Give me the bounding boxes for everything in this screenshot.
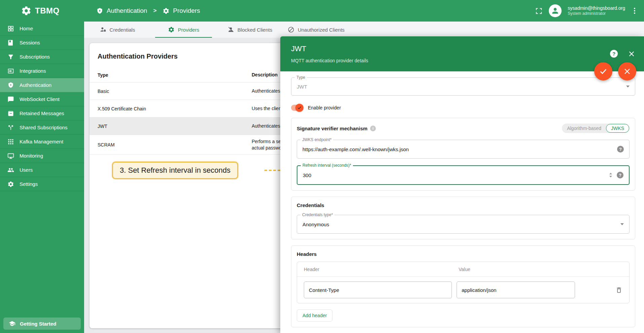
panel-title: JWT <box>291 44 644 53</box>
sidebar-item-home[interactable]: Home <box>0 22 84 36</box>
column-header-type[interactable]: Type <box>98 72 252 78</box>
chevron-down-icon <box>626 86 630 88</box>
gear-icon <box>163 7 170 14</box>
apply-button[interactable] <box>594 62 612 80</box>
header-value-input[interactable] <box>457 281 575 298</box>
jwks-endpoint-field[interactable]: JWKS endpoint* ? <box>297 140 630 159</box>
fullscreen-icon[interactable] <box>535 7 543 15</box>
headers-card: Headers Header Value Add header <box>291 245 635 327</box>
filter-icon <box>7 54 14 60</box>
person-lock-icon <box>100 26 106 33</box>
tab-unauthorized-clients[interactable]: Unauthorized Clients <box>283 22 349 38</box>
credentials-card: Credentials Credentials type* Anonymous <box>291 197 635 239</box>
chevron-up-icon[interactable] <box>609 173 612 174</box>
help-icon[interactable]: ? <box>610 50 618 58</box>
sidebar-item-integrations[interactable]: Integrations <box>0 64 84 78</box>
close-icon[interactable] <box>628 50 635 58</box>
sidebar-item-subscriptions[interactable]: Subscriptions <box>0 50 84 64</box>
delete-header-button[interactable] <box>615 287 622 294</box>
field-label: Credentials type* <box>300 212 334 217</box>
headers-table-header: Header Value <box>297 262 629 277</box>
panel-header-actions: ? <box>610 50 635 58</box>
getting-started-button[interactable]: Getting Started <box>3 318 81 330</box>
help-icon[interactable]: ? <box>617 172 623 178</box>
discard-button[interactable] <box>618 62 636 80</box>
block-icon <box>288 26 294 33</box>
user-role: System administrator <box>568 11 625 16</box>
info-icon[interactable]: i <box>370 126 376 131</box>
field-label: JWKS endpoint* <box>300 137 333 142</box>
enable-provider-toggle[interactable] <box>291 105 302 111</box>
sidebar-item-users[interactable]: Users <box>0 163 84 177</box>
user-info: sysadmin@thingsboard.org System administ… <box>568 5 625 16</box>
tab-blocked-clients[interactable]: Blocked Clients <box>217 22 283 38</box>
avatar[interactable] <box>549 4 562 17</box>
sidebar-item-settings[interactable]: Settings <box>0 177 84 191</box>
breadcrumb-providers[interactable]: Providers <box>163 7 200 14</box>
person-off-icon <box>227 26 234 33</box>
credentials-type-select[interactable]: Credentials type* Anonymous <box>297 215 630 234</box>
close-icon <box>623 67 631 75</box>
help-icon[interactable]: ? <box>617 146 624 153</box>
sidebar-item-retained-messages[interactable]: Retained Messages <box>0 106 84 121</box>
trash-icon <box>615 287 622 294</box>
jwks-option[interactable]: JWKS <box>606 124 629 133</box>
shield-lock-icon <box>7 82 14 89</box>
user-email: sysadmin@thingsboard.org <box>568 5 625 11</box>
logo-text: TBMQ <box>35 6 60 15</box>
panel-header: JWT MQTT authentication provider details… <box>280 36 644 71</box>
enable-provider-row: Enable provider <box>291 104 635 112</box>
sidebar-item-monitoring[interactable]: Monitoring <box>0 149 84 163</box>
grid-icon <box>7 138 14 145</box>
refresh-interval-field[interactable]: Refresh interval (seconds)* ? <box>297 165 630 185</box>
sidebar-item-sessions[interactable]: Sessions <box>0 36 84 50</box>
tbmq-logo[interactable]: TBMQ <box>0 5 84 16</box>
column-header-value: Value <box>459 267 470 272</box>
sidebar: Home Sessions Subscriptions Integrations… <box>0 22 84 333</box>
headers-title: Headers <box>297 251 630 257</box>
annotation-connector-line <box>264 170 280 171</box>
provider-type-select[interactable]: Type JWT <box>291 77 635 96</box>
breadcrumb-authentication[interactable]: Authentication <box>96 7 147 14</box>
tab-bar: Credentials Providers Blocked Clients Un… <box>84 22 644 38</box>
tbmq-logo-icon <box>21 5 32 16</box>
jwks-endpoint-input[interactable] <box>302 146 617 152</box>
top-bar: TBMQ Authentication > Providers sysadmin… <box>0 0 644 22</box>
panel-subtitle: MQTT authentication provider details <box>291 58 644 63</box>
breadcrumb-label: Authentication <box>107 7 147 14</box>
tab-providers[interactable]: Providers <box>150 22 217 38</box>
algorithm-based-option[interactable]: Algorithm-based <box>562 124 606 133</box>
people-icon <box>7 167 14 173</box>
gear-icon <box>7 181 14 188</box>
chevron-down-icon[interactable] <box>609 176 612 177</box>
header-name-input[interactable] <box>304 281 452 298</box>
tab-credentials[interactable]: Credentials <box>84 22 150 38</box>
kebab-menu-icon[interactable] <box>631 6 638 15</box>
sidebar-item-websocket-client[interactable]: WebSocket Client <box>0 92 84 106</box>
field-value: JWT <box>297 84 626 90</box>
sidebar-item-kafka-management[interactable]: Kafka Management <box>0 135 84 149</box>
input-icon <box>7 68 14 74</box>
jwt-details-panel: JWT MQTT authentication provider details… <box>280 36 644 333</box>
column-header-header: Header <box>304 267 459 272</box>
add-header-button[interactable]: Add header <box>297 309 332 322</box>
shield-lock-icon <box>96 7 103 14</box>
person-icon <box>551 6 560 15</box>
top-bar-right: sysadmin@thingsboard.org System administ… <box>535 4 644 17</box>
annotation-callout: 3. Set Refresh interval in seconds <box>112 162 238 179</box>
headers-table: Header Value <box>297 262 630 303</box>
gear-icon <box>168 26 175 33</box>
school-icon <box>9 320 15 327</box>
field-label: Type <box>295 75 307 80</box>
credentials-title: Credentials <box>297 202 630 208</box>
number-stepper[interactable] <box>609 173 612 177</box>
sidebar-item-authentication[interactable]: Authentication <box>0 78 84 92</box>
check-icon <box>599 67 608 76</box>
field-label: Refresh interval (seconds)* <box>301 163 353 168</box>
refresh-interval-input[interactable] <box>303 172 609 178</box>
book-icon <box>7 39 14 46</box>
header-row <box>297 277 629 303</box>
breadcrumb: Authentication > Providers <box>96 7 200 14</box>
monitor-icon <box>7 153 14 159</box>
sidebar-item-shared-subscriptions[interactable]: Shared Subscriptions <box>0 121 84 135</box>
